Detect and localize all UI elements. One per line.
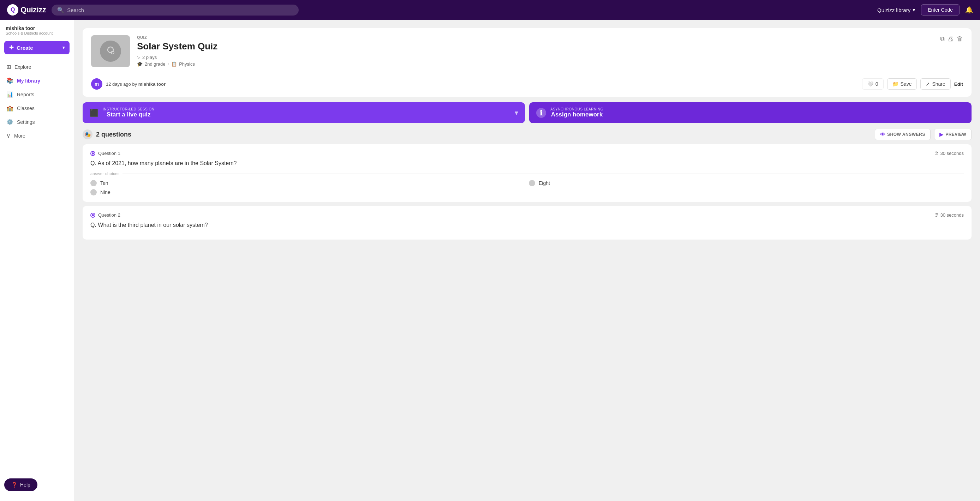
save-button[interactable]: 📁 Save (887, 78, 917, 90)
like-button[interactable]: 🤍 0 (862, 78, 884, 90)
main-layout: mishika toor Schools & Districts account… (0, 20, 980, 501)
like-count: 0 (875, 81, 878, 87)
header-right: Quizizz library ▾ Enter Code 🔔 (877, 4, 973, 16)
save-icon: 📁 (892, 81, 899, 87)
play-icon: ▷ (137, 55, 140, 60)
question-card-2: Question 2 ⏱ 30 seconds Q. What is the t… (83, 206, 972, 239)
sidebar-bottom: ❓ Help (0, 474, 74, 495)
sidebar-item-label: More (14, 133, 25, 139)
answers-grid: Ten Eight (91, 180, 964, 186)
chevron-down-icon: ▾ (515, 109, 518, 117)
reports-icon: 📊 (6, 91, 13, 98)
settings-icon: ⚙️ (6, 119, 13, 125)
question-1-header: Question 1 ⏱ 30 seconds (91, 151, 964, 156)
quiz-type-label: QUIZ (137, 35, 933, 40)
question-dot-inner-2 (92, 214, 94, 216)
sidebar-item-settings[interactable]: ⚙️ Settings (0, 115, 74, 129)
notification-bell-icon[interactable]: 🔔 (965, 6, 973, 14)
question-2-number: Question 2 (91, 212, 120, 218)
questions-controls: 👁 SHOW ANSWERS ▶ PREVIEW (875, 129, 972, 140)
timer-value-2: 30 seconds (940, 212, 964, 218)
sidebar-user: mishika toor Schools & Districts account (0, 25, 74, 41)
questions-header: 🎭 2 questions 👁 SHOW ANSWERS ▶ PREVIEW (83, 129, 972, 140)
show-answers-label: SHOW ANSWERS (887, 132, 925, 137)
copy-icon[interactable]: ⧉ (940, 35, 945, 43)
content-area: QUIZ Solar System Quiz ▷ 2 plays 🎓 2nd g… (74, 20, 980, 501)
search-input[interactable] (67, 7, 293, 13)
action-buttons: ⬛ INSTRUCTOR-LED SESSION Start a live qu… (83, 102, 972, 123)
live-quiz-title: Start a live quiz (103, 111, 154, 118)
sidebar-user-subtitle: Schools & Districts account (6, 31, 68, 35)
quiz-card-footer: m 12 days ago by mishika toor 🤍 0 📁 Save (91, 74, 963, 90)
sidebar-item-label: My library (17, 78, 40, 84)
share-button[interactable]: ↗ Share (920, 78, 950, 90)
preview-button[interactable]: ▶ PREVIEW (934, 129, 972, 140)
library-icon: 📚 (6, 77, 13, 84)
answer-text-1: Ten (100, 180, 108, 186)
sidebar-item-my-library[interactable]: 📚 My library (0, 74, 74, 87)
sidebar-item-reports[interactable]: 📊 Reports (0, 87, 74, 101)
sidebar-item-label: Classes (17, 106, 35, 111)
sidebar-item-label: Settings (17, 119, 35, 125)
sidebar-item-label: Explore (14, 64, 31, 70)
question-1-number: Question 1 (91, 151, 120, 156)
show-answers-button[interactable]: 👁 SHOW ANSWERS (875, 129, 931, 140)
create-button[interactable]: ✚ Create ▾ (4, 41, 70, 54)
live-session-label: INSTRUCTOR-LED SESSION (103, 107, 154, 111)
avatar-initial: m (95, 81, 99, 87)
help-button[interactable]: ❓ Help (4, 479, 37, 491)
quiz-grade: 2nd grade (145, 62, 165, 67)
quizizz-library-button[interactable]: Quizizz library ▾ (877, 7, 915, 13)
clock-icon-2: ⏱ (934, 212, 939, 218)
clock-icon: ⏱ (934, 151, 939, 156)
answer-text-3: Nine (100, 189, 110, 195)
question-2-header: Question 2 ⏱ 30 seconds (91, 212, 964, 218)
meta-dot: • (168, 62, 169, 67)
subject-icon: 📋 (171, 62, 177, 67)
timer-value: 30 seconds (940, 151, 964, 156)
answer-radio-2 (529, 180, 535, 186)
sidebar-item-explore[interactable]: ⊞ Explore (0, 60, 74, 74)
answer-choices-label: answer choices (91, 171, 964, 176)
plays-count: 2 plays (142, 55, 157, 60)
author-info: 12 days ago by mishika toor (106, 81, 165, 87)
enter-code-button[interactable]: Enter Code (921, 4, 959, 16)
questions-count-label: 2 questions (96, 131, 131, 138)
quiz-actions-top: ⧉ 🖨 🗑 (940, 35, 963, 43)
share-icon: ↗ (926, 81, 930, 87)
search-bar[interactable]: 🔍 (51, 5, 299, 16)
quiz-subject: Physics (179, 62, 195, 67)
save-label: Save (900, 81, 912, 87)
share-label: Share (932, 81, 945, 87)
delete-icon[interactable]: 🗑 (957, 35, 963, 43)
async-title: Assign homework (550, 111, 603, 118)
help-label: Help (20, 482, 30, 488)
question-1-label: Question 1 (98, 151, 120, 156)
eye-icon: 👁 (880, 132, 885, 137)
question-1-timer: ⏱ 30 seconds (934, 151, 964, 156)
preview-label: PREVIEW (945, 132, 966, 137)
start-live-quiz-button[interactable]: ⬛ INSTRUCTOR-LED SESSION Start a live qu… (83, 102, 525, 123)
explore-icon: ⊞ (6, 63, 11, 70)
async-label: ASYNCHRONOUS LEARNING (550, 107, 603, 111)
create-label: Create (17, 45, 33, 51)
answer-choice-2: Eight (529, 180, 964, 186)
live-quiz-icon: ⬛ (90, 109, 99, 117)
author-name: mishika toor (138, 81, 165, 87)
question-2-text: Q. What is the third planet in our solar… (91, 222, 964, 228)
puzzle-icon: 🎭 (85, 132, 91, 137)
quiz-grade-subject: 🎓 2nd grade • 📋 Physics (137, 62, 933, 67)
questions-count: 🎭 2 questions (83, 130, 131, 140)
quiz-card: QUIZ Solar System Quiz ▷ 2 plays 🎓 2nd g… (83, 28, 972, 97)
print-icon[interactable]: 🖨 (948, 35, 954, 43)
play-icon: ▶ (939, 132, 943, 137)
answer-choice-3: Nine (91, 189, 964, 195)
live-quiz-text: INSTRUCTOR-LED SESSION Start a live quiz (103, 107, 154, 118)
sidebar-item-more[interactable]: ∨ More (0, 129, 74, 143)
quiz-plays: ▷ 2 plays (137, 55, 933, 60)
edit-button[interactable]: Edit (954, 81, 963, 87)
assign-homework-button[interactable]: ℹ ASYNCHRONOUS LEARNING Assign homework (529, 102, 972, 123)
sidebar-item-classes[interactable]: 🏫 Classes (0, 101, 74, 115)
quiz-card-header: QUIZ Solar System Quiz ▷ 2 plays 🎓 2nd g… (91, 35, 963, 68)
grade-icon: 🎓 (137, 62, 143, 67)
